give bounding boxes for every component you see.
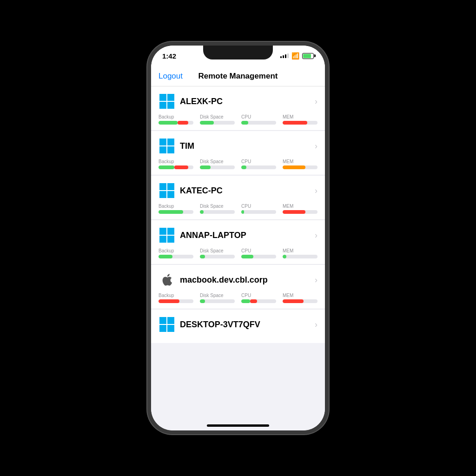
mem-stat: MEM [283,159,317,169]
disk-bar [200,299,235,303]
backup-label: Backup [159,248,193,253]
device-list: ALEXK-PC › Backup Disk Space [151,86,325,430]
svg-rect-1 [167,94,174,101]
disk-bar [200,255,235,258]
mem-bar [283,255,317,258]
mem-bar [283,210,317,214]
list-item[interactable]: macbook.dev.cbl.corp › Backup Disk Space [151,265,325,309]
backup-stat: Backup [159,159,193,169]
device-left: ALEXK-PC [159,93,223,110]
mem-label: MEM [283,114,317,119]
mem-stat: MEM [283,114,317,125]
battery-fill [303,54,311,58]
backup-label: Backup [159,114,193,119]
mem-label: MEM [283,293,317,298]
status-icons: 📶 [280,52,314,60]
disk-bar [200,121,235,125]
cpu-bar [241,255,276,258]
svg-rect-3 [167,102,174,109]
device-header: macbook.dev.cbl.corp › [159,271,317,288]
disk-label: Disk Space [200,248,235,253]
disk-label: Disk Space [200,114,235,119]
status-time: 1:42 [162,52,176,60]
nav-bar: Logout Remote Management [151,66,325,86]
mem-bar [283,299,317,303]
mem-label: MEM [283,204,317,209]
signal-icon [280,53,289,58]
phone-inner: 1:42 📶 Logout Remote Management [151,46,325,430]
backup-label: Backup [159,293,193,298]
list-item[interactable]: TIM › Backup Disk Space [151,131,325,175]
wifi-icon: 📶 [291,52,299,60]
disk-label: Disk Space [200,204,235,209]
device-header: TIM › [159,138,317,154]
cpu-label: CPU [241,159,276,164]
windows-icon [159,227,175,244]
phone-frame: 1:42 📶 Logout Remote Management [147,42,329,434]
cpu-bar [241,165,276,169]
cpu-label: CPU [241,204,276,209]
device-name: macbook.dev.cbl.corp [180,275,268,285]
backup-label: Backup [159,204,193,209]
device-name: DESKTOP-3VT7QFV [180,320,260,330]
backup-stat: Backup [159,114,193,125]
battery-icon [302,53,314,59]
cpu-stat: CPU [241,204,276,214]
windows-icon [159,138,175,154]
device-name: KATEC-PC [180,186,223,196]
cpu-stat: CPU [241,248,276,258]
svg-rect-14 [159,236,166,243]
backup-bar [159,121,193,125]
cpu-label: CPU [241,248,276,253]
backup-bar [159,210,193,214]
device-stats: Backup Disk Space CPU [159,114,317,125]
chevron-right-icon: › [315,141,317,151]
windows-icon [159,182,175,199]
svg-rect-2 [159,102,166,109]
list-item[interactable]: DESKTOP-3VT7QFV › [151,310,325,343]
svg-rect-9 [167,183,174,190]
mem-bar [283,165,317,169]
cpu-bar [241,210,276,214]
apple-icon [159,271,175,288]
windows-icon [159,316,175,333]
mem-label: MEM [283,159,317,164]
svg-rect-10 [159,191,166,198]
svg-rect-13 [167,228,174,235]
disk-label: Disk Space [200,293,235,298]
mem-bar [283,121,317,125]
svg-rect-7 [167,146,174,153]
disk-bar [200,210,235,214]
list-item[interactable]: ANNAP-LAPTOP › Backup Disk Space [151,220,325,264]
svg-rect-17 [167,317,174,324]
cpu-label: CPU [241,114,276,119]
cpu-stat: CPU [241,159,276,169]
list-item[interactable]: KATEC-PC › Backup Disk Space [151,176,325,220]
device-name: TIM [180,141,194,151]
mem-label: MEM [283,248,317,253]
svg-rect-6 [159,146,166,153]
chevron-right-icon: › [315,231,317,240]
svg-rect-0 [159,94,166,101]
cpu-bar [241,299,276,303]
device-left: macbook.dev.cbl.corp [159,271,268,288]
chevron-right-icon: › [315,275,317,285]
svg-rect-19 [167,325,174,332]
mem-stat: MEM [283,248,317,258]
backup-bar [159,255,193,258]
backup-stat: Backup [159,204,193,214]
cpu-bar [241,121,276,125]
device-header: DESKTOP-3VT7QFV › [159,316,317,333]
disk-stat: Disk Space [200,293,235,303]
svg-rect-11 [167,191,174,198]
device-name: ALEXK-PC [180,97,223,106]
list-item[interactable]: ALEXK-PC › Backup Disk Space [151,86,325,131]
svg-rect-18 [159,325,166,332]
backup-stat: Backup [159,248,193,258]
logout-button[interactable]: Logout [159,72,183,81]
device-stats: Backup Disk Space CPU [159,293,317,303]
notch [203,46,273,60]
backup-label: Backup [159,159,193,164]
cpu-stat: CPU [241,293,276,303]
device-name: ANNAP-LAPTOP [180,231,246,240]
